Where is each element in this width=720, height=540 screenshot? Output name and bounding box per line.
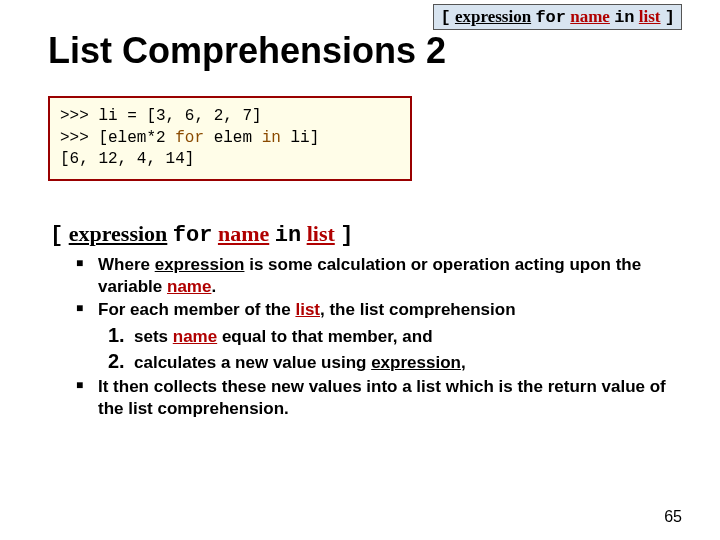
for-keyword-2: for [173, 223, 213, 248]
in-keyword: in [614, 8, 634, 27]
bullet-1: Where expression is some calculation or … [76, 254, 672, 298]
bullet-3: It then collects these new values into a… [76, 376, 672, 420]
code-line-2: >>> [elem*2 for elem in li] [60, 128, 400, 150]
name-word: name [570, 7, 610, 26]
syntax-header-box: [ expression for name in list ] [433, 4, 682, 30]
expression-word: expression [455, 7, 531, 26]
page-number: 65 [664, 508, 682, 526]
bullet-list: Where expression is some calculation or … [76, 254, 672, 420]
bracket-close: ] [665, 8, 675, 27]
numbered-item-1: 1.sets name equal to that member, and [108, 323, 672, 349]
list-word-2: list [307, 221, 335, 246]
bracket-open: [ [440, 8, 450, 27]
expression-word-2: expression [69, 221, 168, 246]
list-word: list [639, 7, 661, 26]
code-example-box: >>> li = [3, 6, 2, 7] >>> [elem*2 for el… [48, 96, 412, 181]
code-line-3: [6, 12, 4, 14] [60, 149, 400, 171]
bracket-open-2: [ [50, 223, 63, 248]
in-keyword-2: in [275, 223, 301, 248]
for-keyword: for [535, 8, 566, 27]
numbered-item-2: 2.calculates a new value using expressio… [108, 349, 672, 375]
code-line-1: >>> li = [3, 6, 2, 7] [60, 106, 400, 128]
bullet-2: For each member of the list, the list co… [76, 299, 672, 374]
numbered-list: 1.sets name equal to that member, and 2.… [108, 323, 672, 374]
page-title: List Comprehensions 2 [48, 30, 672, 72]
bracket-close-2: ] [340, 223, 353, 248]
name-word-2: name [218, 221, 269, 246]
syntax-pattern: [ expression for name in list ] [50, 221, 672, 248]
